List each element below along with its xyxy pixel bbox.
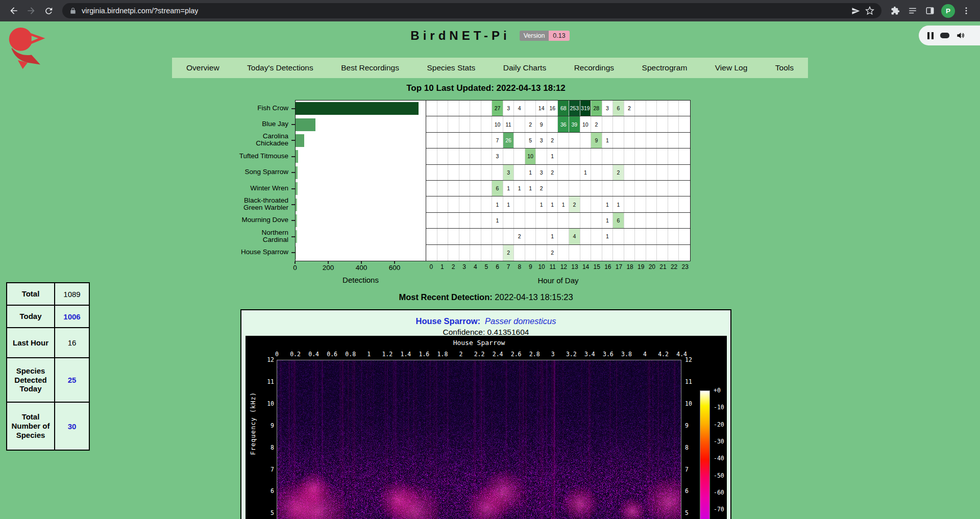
url-text: virginia.birdnetpi.com/?stream=play [82, 7, 198, 15]
share-icon[interactable] [851, 7, 860, 15]
extensions-puzzle-icon [891, 6, 900, 15]
heat-cell: 3 [503, 165, 514, 180]
stats-value-link[interactable]: 25 [55, 358, 89, 402]
species-label: Black-throated Green Warbler [199, 196, 295, 212]
menu-kebab-button[interactable] [958, 2, 975, 19]
spectrogram-x-tick: 4 [643, 351, 647, 358]
heat-cell [668, 165, 679, 180]
bookmark-star-icon[interactable] [865, 6, 874, 15]
heat-cell [569, 245, 580, 261]
species-label: Mourning Dove [199, 212, 295, 228]
heat-cell [459, 196, 471, 212]
axis-tick [361, 261, 362, 264]
heat-cell [459, 245, 471, 261]
heat-cell [481, 229, 493, 244]
heat-cell: 6 [492, 181, 503, 196]
nav-item-spectrogram[interactable]: Spectrogram [642, 63, 688, 72]
heat-cell [525, 196, 536, 212]
axis-tick-label: 20 [649, 263, 655, 270]
heat-cell [580, 133, 592, 148]
heat-cell: 1 [536, 196, 547, 212]
species-label-text: Tufted Titmouse [237, 153, 288, 160]
heat-cell [558, 245, 569, 261]
volume-icon[interactable] [956, 31, 966, 40]
nav-item-view-log[interactable]: View Log [715, 63, 747, 72]
colorbar [700, 390, 710, 519]
kebab-icon [962, 6, 971, 15]
axis-tick-label: 19 [638, 263, 644, 270]
heat-cell [525, 229, 536, 244]
heat-cell [503, 149, 514, 164]
species-label-text: Winter Wren [237, 185, 288, 192]
scientific-name-link[interactable]: Passer domesticus [485, 316, 556, 326]
heat-cell [679, 245, 690, 261]
axis-tick-label: 10 [538, 263, 545, 270]
nav-item-species-stats[interactable]: Species Stats [427, 63, 475, 72]
stats-row: Total Number of Species30 [7, 402, 89, 450]
heat-cell [426, 116, 437, 132]
species-label-text: Northern Cardinal [237, 229, 288, 243]
heat-cell: 10 [580, 116, 592, 132]
bar-row [296, 165, 426, 181]
heat-cell [624, 213, 635, 228]
heat-cell [602, 245, 614, 261]
axis-tick [291, 124, 295, 125]
spectrogram-y-tick: 12 [267, 356, 274, 363]
heat-cell [624, 245, 635, 261]
bar-row [296, 133, 426, 149]
audio-player[interactable] [919, 26, 980, 45]
species-axis: Fish CrowBlue JayCarolina ChickadeeTufte… [199, 100, 295, 261]
profile-avatar[interactable]: P [941, 4, 955, 18]
heat-cell [481, 116, 493, 132]
heat-cell [635, 245, 646, 261]
heat-cell [558, 213, 569, 228]
heat-cell [624, 181, 635, 196]
stats-row: Species Detected Today25 [7, 358, 89, 402]
side-panel-button[interactable] [921, 2, 939, 19]
spectrogram-canvas [277, 360, 681, 519]
heat-cell [668, 116, 679, 132]
axis-tick-label: 12 [560, 263, 567, 270]
pause-button[interactable] [927, 32, 934, 39]
stats-value-link[interactable]: 1006 [55, 305, 89, 328]
spectrogram-image: House Sparrow 00.20.40.60.811.21.41.61.8… [246, 336, 727, 519]
forward-button[interactable] [22, 2, 40, 19]
axis-tick [328, 261, 329, 264]
nav-item-daily-charts[interactable]: Daily Charts [503, 63, 546, 72]
species-label-text: Fish Crow [237, 105, 288, 112]
heat-cell [514, 116, 525, 132]
stats-value-link[interactable]: 30 [55, 402, 89, 450]
axis-tick-label: 4 [474, 263, 477, 270]
recent-value: 2022-04-13 18:15:23 [493, 292, 573, 302]
reading-list-button[interactable] [904, 2, 921, 19]
nav-item-tools[interactable]: Tools [775, 63, 794, 72]
nav-item-best-recordings[interactable]: Best Recordings [341, 63, 399, 72]
spectrogram-x-tick: 3.4 [584, 351, 595, 358]
axis-tick-label: 200 [323, 264, 334, 271]
extensions-button[interactable] [887, 2, 904, 19]
axis-tick-label: 0 [293, 264, 297, 271]
player-progress[interactable] [940, 33, 949, 38]
heat-cell [525, 245, 536, 261]
axis-tick [291, 156, 295, 157]
heat-row: 72653291 [426, 133, 690, 149]
refresh-button[interactable] [40, 2, 57, 19]
species-link[interactable]: House Sparrow: [416, 316, 481, 326]
axis-tick-label: 18 [626, 263, 633, 270]
heat-cell [569, 181, 580, 196]
detection-bar [296, 118, 315, 131]
heat-cell [646, 165, 657, 180]
heat-cell [635, 181, 646, 196]
spectrogram-y-tick: 7 [271, 466, 274, 473]
spectrogram-title: House Sparrow [277, 339, 681, 347]
nav-item-today-s-detections[interactable]: Today's Detections [247, 63, 313, 72]
heat-cell [492, 165, 503, 180]
back-button[interactable] [5, 2, 22, 19]
address-bar[interactable]: virginia.birdnetpi.com/?stream=play [62, 3, 881, 18]
heat-row: 11111211 [426, 196, 690, 212]
heat-cell [668, 229, 679, 244]
nav-item-overview[interactable]: Overview [186, 63, 219, 72]
heat-cell [536, 213, 547, 228]
nav-item-recordings[interactable]: Recordings [574, 63, 614, 72]
masthead: BirdNET-Pi Version0.13 [0, 29, 980, 43]
